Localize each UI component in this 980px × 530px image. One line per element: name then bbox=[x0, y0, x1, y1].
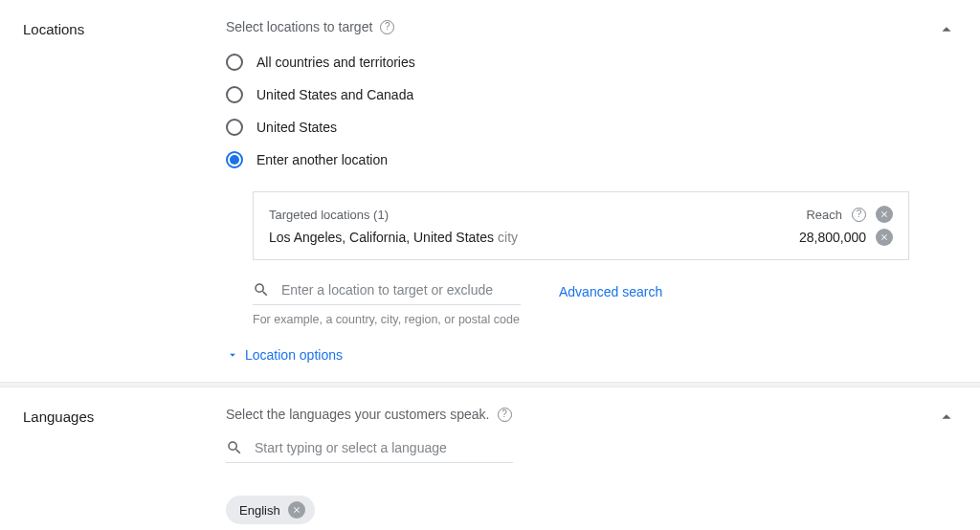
targeted-header-row: Targeted locations (1) Reach ? bbox=[269, 206, 893, 223]
radio-dot-icon bbox=[230, 155, 239, 165]
reach-label: Reach bbox=[806, 208, 842, 222]
radio-label: Enter another location bbox=[256, 152, 388, 167]
locations-prompt-text: Select locations to target bbox=[226, 19, 372, 34]
targeted-location-row: Los Angeles, California, United States c… bbox=[269, 229, 893, 246]
radio-circle-icon bbox=[226, 119, 243, 136]
locations-content: Select locations to target ? All countri… bbox=[226, 19, 957, 363]
reach-value: 28,800,000 bbox=[799, 230, 866, 245]
targeted-location-name: Los Angeles, California, United States bbox=[269, 230, 494, 245]
chevron-down-icon bbox=[226, 348, 239, 362]
languages-prompt: Select the languages your customers spea… bbox=[226, 407, 909, 422]
radio-circle-icon bbox=[226, 54, 243, 71]
radio-circle-icon bbox=[226, 86, 243, 103]
radio-label: United States and Canada bbox=[256, 87, 413, 102]
language-chip-english[interactable]: English bbox=[226, 496, 315, 524]
radio-enter-location[interactable]: Enter another location bbox=[226, 145, 909, 174]
location-search-wrap bbox=[253, 277, 521, 305]
help-icon[interactable]: ? bbox=[498, 408, 512, 422]
languages-content: Select the languages your customers spea… bbox=[226, 407, 957, 524]
radio-all-countries[interactable]: All countries and territories bbox=[226, 48, 909, 77]
targeted-header-label: Targeted locations (1) bbox=[269, 208, 389, 222]
collapse-locations-button[interactable] bbox=[936, 19, 957, 43]
location-search-input[interactable] bbox=[281, 282, 521, 298]
location-options-toggle[interactable]: Location options bbox=[226, 347, 909, 363]
radio-us[interactable]: United States bbox=[226, 113, 909, 142]
search-icon bbox=[253, 281, 270, 298]
advanced-search-link[interactable]: Advanced search bbox=[559, 284, 662, 299]
location-search-row: Advanced search bbox=[253, 277, 909, 305]
language-search-wrap bbox=[226, 435, 513, 463]
help-icon[interactable]: ? bbox=[380, 20, 394, 34]
location-radio-group: All countries and territories United Sta… bbox=[226, 48, 909, 174]
location-helper-text: For example, a country, city, region, or… bbox=[253, 313, 909, 326]
targeted-locations-box: Targeted locations (1) Reach ? Los Angel… bbox=[253, 191, 909, 260]
collapse-languages-button[interactable] bbox=[936, 407, 957, 431]
locations-prompt: Select locations to target ? bbox=[226, 19, 909, 34]
remove-location-button[interactable] bbox=[876, 229, 893, 246]
languages-section: Languages Select the languages your cust… bbox=[0, 387, 980, 530]
locations-section: Locations Select locations to target ? A… bbox=[0, 0, 980, 382]
search-icon bbox=[226, 439, 243, 456]
locations-label: Locations bbox=[23, 19, 226, 363]
location-options-label: Location options bbox=[245, 347, 343, 363]
help-icon[interactable]: ? bbox=[852, 208, 866, 222]
radio-us-canada[interactable]: United States and Canada bbox=[226, 80, 909, 109]
radio-label: All countries and territories bbox=[256, 55, 415, 70]
remove-all-button[interactable] bbox=[876, 206, 893, 223]
targeted-location-type: city bbox=[498, 230, 518, 245]
radio-label: United States bbox=[256, 120, 337, 135]
remove-chip-button[interactable] bbox=[288, 501, 305, 519]
languages-prompt-text: Select the languages your customers spea… bbox=[226, 407, 490, 422]
radio-circle-icon bbox=[226, 151, 243, 168]
language-search-input[interactable] bbox=[255, 440, 513, 455]
languages-label: Languages bbox=[23, 407, 226, 524]
chip-label: English bbox=[239, 503, 280, 518]
